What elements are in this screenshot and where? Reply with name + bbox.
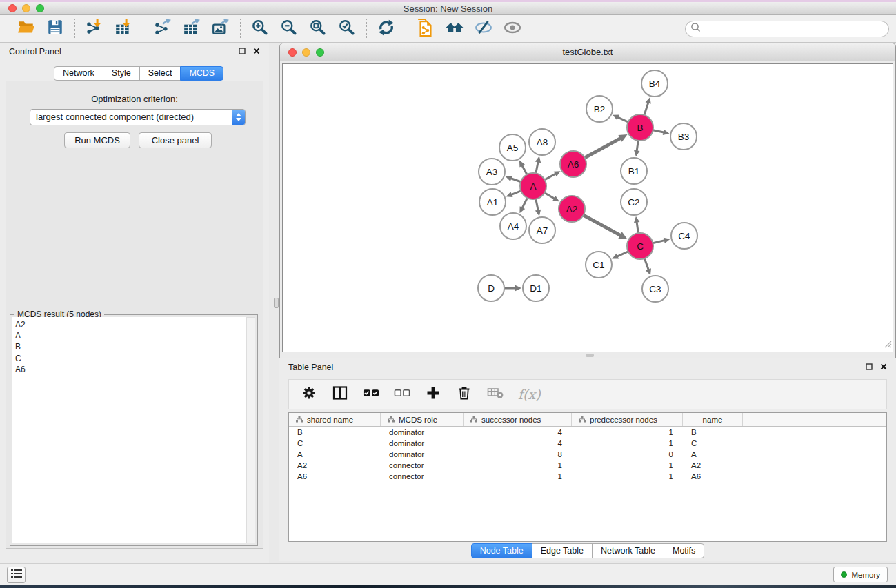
graph-node-C2[interactable]: C2 [621,189,647,215]
tab-motifs[interactable]: Motifs [664,543,704,558]
export-table-button[interactable] [181,19,202,39]
table-row[interactable]: A6connector11A6 [289,471,886,482]
fx-button[interactable]: f(x) [518,387,541,402]
graph-node-A2[interactable]: A2 [559,196,585,222]
check-pair-icon [363,385,379,404]
zoom-fit-button[interactable] [308,19,328,39]
table-row[interactable]: Bdominator41B [289,427,886,438]
check-pair-button[interactable] [363,385,379,404]
network-graph[interactable]: AA1A2A3A4A5A6A7A8BB1B2B3B4CC1C2C3C4DD1 [283,64,894,354]
graph-node-B[interactable]: B [627,114,653,141]
graph-node-A7[interactable]: A7 [529,217,555,243]
graph-node-A[interactable]: A [520,173,546,199]
search-input[interactable] [701,23,888,35]
column-header-label: name [703,416,723,424]
tab-mcds[interactable]: MCDS [180,66,223,81]
graph-node-D[interactable]: D [478,275,504,301]
column-header-shared-name[interactable]: shared name [289,413,381,426]
graph-node-A6[interactable]: A6 [560,151,586,177]
resize-grip-icon[interactable] [884,338,892,351]
column-header-successor-nodes[interactable]: successor nodes [464,413,572,426]
svg-text:A: A [530,181,536,192]
table-row[interactable]: Adominator80A [289,449,886,460]
table-row[interactable]: Cdominator41C [289,438,886,449]
mcds-result-item[interactable]: A6 [15,364,246,375]
table-row[interactable]: A2connector11A2 [289,460,886,471]
tab-select[interactable]: Select [139,66,181,81]
graph-node-D1[interactable]: D1 [523,275,549,301]
graph-node-A1[interactable]: A1 [479,189,506,215]
network-hscrollbar-thumb[interactable] [586,354,594,357]
graph-node-A3[interactable]: A3 [479,159,505,185]
gear-button[interactable] [301,385,317,404]
node-table[interactable]: shared nameMCDS rolesuccessor nodesprede… [288,412,887,542]
trash-button[interactable] [456,385,472,404]
export-network-button[interactable] [152,19,173,39]
tab-node-table[interactable]: Node Table [471,543,532,558]
graph-node-C1[interactable]: C1 [586,252,612,278]
split-divider-handle[interactable] [274,298,279,308]
float-panel-icon[interactable] [866,363,873,372]
columns-button[interactable] [332,385,348,404]
network-canvas[interactable]: AA1A2A3A4A5A6A7A8BB1B2B3B4CC1C2C3C4DD1 [282,63,893,352]
zoom-in-button[interactable] [250,19,270,39]
close-panel-button[interactable]: Close panel [139,132,212,148]
column-header-predecessor-nodes[interactable]: predecessor nodes [572,413,683,426]
mcds-result-item[interactable]: B [15,341,246,352]
mcds-result-item[interactable]: A [15,330,246,341]
network-file-icon [417,19,435,39]
mcds-result-item[interactable]: C [15,353,246,364]
eye-icon [504,19,521,39]
table-cell: dominator [381,428,464,436]
close-panel-icon[interactable] [880,363,887,372]
zoom-out-button[interactable] [279,19,299,39]
column-header-label: predecessor nodes [590,416,657,424]
graph-node-C3[interactable]: C3 [642,276,668,302]
memory-button[interactable]: Memory [833,567,888,582]
close-panel-icon[interactable] [253,47,260,57]
mcds-result-item[interactable]: A2 [15,319,246,330]
graph-node-B1[interactable]: B1 [621,158,647,184]
save-button[interactable] [45,19,66,39]
graph-node-C[interactable]: C [627,233,653,259]
show-panels-button[interactable] [7,567,26,583]
edge-arrowhead [646,97,651,104]
run-mcds-button[interactable]: Run MCDS [64,132,130,148]
tab-style[interactable]: Style [103,66,140,81]
homes-button[interactable] [444,19,465,39]
graph-node-A4[interactable]: A4 [500,213,526,239]
memory-status-icon [841,571,847,578]
svg-text:B4: B4 [649,79,661,89]
table-cell: 1 [464,461,572,469]
column-header-MCDS-role[interactable]: MCDS role [381,413,464,426]
eye-button[interactable] [502,19,523,39]
network-file-button[interactable] [415,19,436,39]
tab-network-table[interactable]: Network Table [592,543,664,558]
float-panel-icon[interactable] [239,47,246,57]
open-button[interactable] [16,19,37,39]
graph-node-A5[interactable]: A5 [499,134,526,161]
mcds-result-scrollbar[interactable] [246,317,255,543]
eye-hide-button[interactable] [473,19,494,39]
refresh-button[interactable] [376,19,397,39]
graph-node-B3[interactable]: B3 [670,123,697,150]
export-image-button[interactable] [210,19,231,39]
graph-node-B2[interactable]: B2 [586,96,613,122]
graph-node-C4[interactable]: C4 [671,223,697,249]
column-header-name[interactable]: name [683,413,743,426]
import-network-button[interactable] [84,19,105,39]
mcds-result-list[interactable]: A2ABCA6 [12,317,246,543]
tab-edge-table[interactable]: Edge Table [532,543,593,558]
memory-label: Memory [851,571,880,579]
zoom-selected-button[interactable] [337,19,357,39]
import-table-button[interactable] [113,19,134,39]
optimization-criterion-select[interactable]: largest connected component (directed) [30,109,246,125]
graph-node-B4[interactable]: B4 [641,70,668,97]
graph-node-A8[interactable]: A8 [529,129,555,155]
tab-network[interactable]: Network [54,66,103,81]
table-x-button[interactable] [487,385,504,404]
plus-button[interactable] [425,385,441,404]
uncheck-pair-button[interactable] [394,385,410,404]
table-cell: A6 [289,472,381,480]
svg-text:A4: A4 [508,221,519,232]
